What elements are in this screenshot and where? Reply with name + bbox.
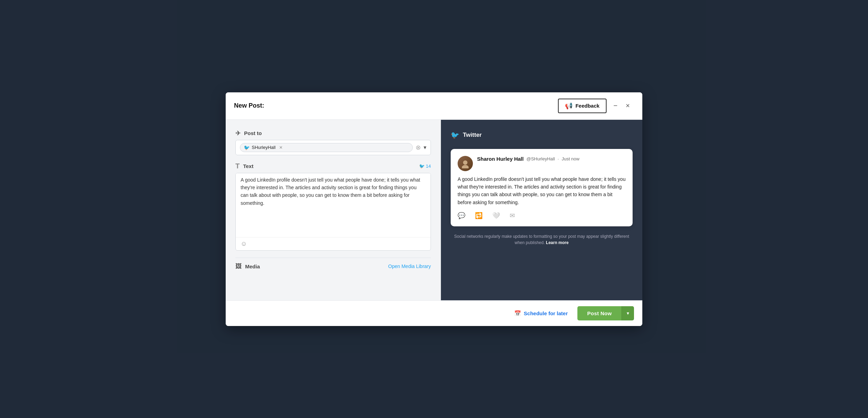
post-now-chevron-icon: ▾: [627, 310, 629, 316]
text-icon: T: [235, 162, 240, 170]
open-media-library-link[interactable]: Open Media Library: [388, 264, 431, 269]
post-now-button[interactable]: Post Now: [577, 306, 621, 320]
tweet-handle: @SHurleyHall: [526, 156, 555, 161]
dm-icon[interactable]: ✉: [510, 212, 515, 219]
schedule-label: Schedule for later: [524, 310, 568, 316]
post-now-group: Post Now ▾: [577, 306, 634, 320]
retweet-icon[interactable]: 🔁: [475, 212, 483, 219]
close-icon: ×: [626, 102, 630, 110]
platform-label: Twitter: [463, 132, 482, 139]
feedback-label: Feedback: [575, 103, 599, 109]
twitter-char-icon: 🐦: [419, 164, 425, 169]
minimize-button[interactable]: −: [609, 100, 622, 112]
emoji-picker[interactable]: ☺: [236, 237, 431, 250]
megaphone-icon: 📢: [565, 102, 573, 110]
char-count-value: 14: [426, 164, 431, 169]
text-input-box: A good LinkedIn profile doesn't just tel…: [235, 173, 431, 251]
emoji-icon: ☺: [241, 240, 247, 247]
field-actions: ⊗ ▾: [416, 144, 426, 151]
chevron-down-icon[interactable]: ▾: [424, 144, 426, 151]
left-panel: ✈ Post to 🐦 SHurleyHall ✕ ⊗ ▾: [226, 120, 441, 300]
reply-icon[interactable]: 💬: [458, 212, 465, 219]
post-now-dropdown-button[interactable]: ▾: [621, 306, 634, 320]
tweet-text-input[interactable]: A good LinkedIn profile doesn't just tel…: [236, 173, 431, 236]
tweet-timestamp: Just now: [562, 156, 579, 161]
svg-point-0: [463, 160, 468, 165]
tweet-user-row: Sharon Hurley Hall @SHurleyHall · Just n…: [458, 156, 626, 171]
account-name: SHurleyHall: [252, 145, 276, 150]
twitter-icon: 🐦: [244, 145, 250, 150]
preview-platform-header: 🐦 Twitter: [451, 131, 633, 139]
tweet-preview-card: Sharon Hurley Hall @SHurleyHall · Just n…: [451, 149, 633, 227]
clear-icon[interactable]: ⊗: [416, 144, 421, 151]
media-label: Media: [245, 264, 260, 269]
post-now-label: Post Now: [587, 310, 612, 316]
schedule-for-later-button[interactable]: 📅 Schedule for later: [509, 307, 574, 320]
tweet-actions: 💬 🔁 🤍 ✉: [458, 212, 626, 219]
svg-point-1: [462, 165, 469, 168]
new-post-modal: New Post: 📢 Feedback − × ✈ Post to: [226, 92, 642, 326]
modal-title: New Post:: [234, 102, 558, 109]
text-section: T Text 🐦 14 A good LinkedIn profile does…: [235, 162, 431, 251]
close-button[interactable]: ×: [621, 100, 634, 112]
text-section-header: T Text 🐦 14: [235, 162, 431, 170]
tweet-dot: ·: [558, 156, 559, 161]
tweet-display-name: Sharon Hurley Hall: [477, 156, 524, 162]
post-to-label: Post to: [244, 130, 262, 136]
modal-footer: 📅 Schedule for later Post Now ▾: [226, 300, 642, 326]
avatar: [458, 156, 473, 171]
feedback-button[interactable]: 📢 Feedback: [558, 99, 606, 113]
calendar-icon: 📅: [514, 310, 521, 317]
media-header: 🖼 Media: [235, 263, 260, 270]
modal-body: ✈ Post to 🐦 SHurleyHall ✕ ⊗ ▾: [226, 120, 642, 300]
learn-more-link[interactable]: Learn more: [546, 240, 568, 245]
post-to-header: ✈ Post to: [235, 129, 431, 137]
disclaimer: Social networks regularly make updates t…: [451, 233, 633, 246]
like-icon[interactable]: 🤍: [492, 212, 500, 219]
modal-backdrop: New Post: 📢 Feedback − × ✈ Post to: [0, 0, 868, 418]
post-to-section: ✈ Post to 🐦 SHurleyHall ✕ ⊗ ▾: [235, 129, 431, 155]
text-label: Text: [243, 163, 253, 169]
media-section: 🖼 Media Open Media Library: [235, 258, 431, 273]
tweet-preview-text: A good LinkedIn profile doesn't just tel…: [458, 175, 626, 207]
twitter-account-tag: 🐦 SHurleyHall ✕: [240, 143, 413, 152]
twitter-preview-icon: 🐦: [451, 131, 459, 139]
tweet-name-row: Sharon Hurley Hall @SHurleyHall · Just n…: [477, 156, 579, 162]
avatar-image: [460, 159, 470, 168]
post-to-field[interactable]: 🐦 SHurleyHall ✕ ⊗ ▾: [235, 140, 431, 155]
minimize-icon: −: [614, 102, 618, 110]
modal-header: New Post: 📢 Feedback − ×: [226, 92, 642, 120]
tweet-user-info: Sharon Hurley Hall @SHurleyHall · Just n…: [477, 156, 579, 162]
media-icon: 🖼: [235, 263, 242, 270]
disclaimer-text: Social networks regularly make updates t…: [454, 234, 629, 245]
char-count: 🐦 14: [419, 164, 431, 169]
tag-close-icon[interactable]: ✕: [279, 145, 283, 150]
send-icon: ✈: [235, 129, 241, 137]
right-panel: 🐦 Twitter Sharon: [441, 120, 642, 300]
